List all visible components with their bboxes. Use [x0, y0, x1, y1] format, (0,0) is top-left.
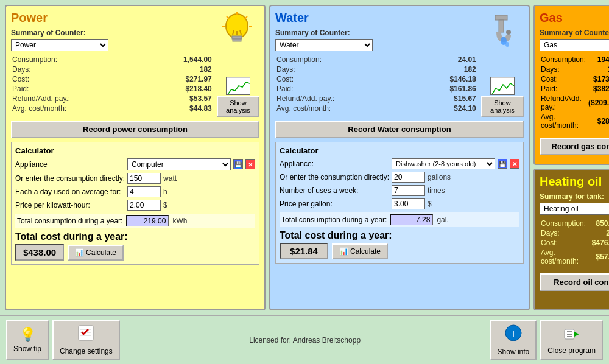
stat-value: $382.95	[587, 84, 609, 94]
water-total-label: Total consumption during a year:	[281, 215, 387, 224]
water-stats-table: Consumption:24.01 Days:182 Cost:$146.18 …	[275, 55, 477, 113]
svg-point-16	[505, 42, 509, 47]
svg-rect-2	[233, 39, 241, 41]
main-container: Power Summary of Counter: Power Consumpt…	[0, 0, 609, 364]
stat-value: $161.86	[412, 84, 477, 94]
power-delete-icon[interactable]: ✕	[245, 159, 255, 169]
svg-line-9	[245, 16, 247, 19]
stat-label: Cost:	[275, 74, 412, 84]
power-calculator: Calculator Appliance Computer 💾 ✕ Or ent…	[11, 142, 259, 265]
change-settings-btn[interactable]: Change settings	[52, 320, 120, 360]
stat-value: $476.28	[591, 238, 609, 248]
table-row: Paid:$382.95	[540, 84, 609, 94]
stat-value: $271.97	[145, 74, 213, 84]
gas-panel: Gas Summary of Counter: Gas Consumption:…	[533, 5, 609, 165]
table-row: Consumption:850.50	[540, 219, 609, 228]
water-counter-select[interactable]: Water	[275, 39, 373, 51]
power-calculate-label: Calculate	[86, 248, 116, 257]
stat-value: 182	[412, 65, 477, 74]
water-total-cost-title: Total cost during a year:	[280, 230, 519, 241]
power-total-cost-value: $438.00	[15, 244, 64, 261]
power-appliance-select[interactable]: Computer	[127, 158, 231, 170]
stat-label: Avg. cost/month:	[540, 248, 591, 266]
power-day-input[interactable]	[127, 186, 161, 197]
power-direct-unit: watt	[163, 174, 177, 183]
stat-label: Paid:	[275, 84, 412, 94]
show-tip-btn[interactable]: 💡 Show tip	[6, 320, 49, 360]
close-program-label: Close program	[547, 346, 596, 355]
power-calculate-btn[interactable]: 📊 Calculate	[68, 245, 124, 261]
water-appliance-select[interactable]: Dishwasher (2-8 years old)	[392, 158, 495, 169]
heating-dropdown-row: Heating oil	[540, 203, 609, 215]
power-price-row: Price per kilowatt-hour: $	[15, 200, 255, 211]
heating-tank-select[interactable]: Heating oil	[540, 203, 609, 215]
gas-record-btn[interactable]: Record gas consumption	[540, 138, 609, 155]
power-direct-label: Or enter the consumption directly:	[15, 174, 125, 183]
power-mini-chart	[227, 77, 250, 95]
faucet-icon	[477, 9, 523, 52]
table-row: Paid:$161.86	[275, 84, 477, 94]
water-direct-input[interactable]	[392, 172, 425, 183]
water-analysis-col: Show analysis	[481, 77, 524, 117]
show-tip-label: Show tip	[13, 345, 41, 353]
stat-label: Consumption:	[540, 219, 591, 228]
table-row: Refund/Add. pay.:$53.57	[11, 94, 213, 103]
show-info-btn[interactable]: i Show info	[490, 320, 537, 360]
tip-bulb-icon: 💡	[19, 327, 36, 343]
power-total-cost-title: Total cost during a year:	[15, 231, 255, 242]
power-analysis-col: Show analysis	[217, 77, 259, 117]
power-price-unit: $	[163, 201, 167, 209]
stat-label: Days:	[540, 65, 587, 74]
power-total-cost-row: $438.00 📊 Calculate	[15, 244, 255, 261]
calc-icon2: 📊	[339, 247, 348, 256]
gas-stats-area: Consumption:194.20 Days:182 Cost:$173.44…	[540, 55, 609, 134]
power-total-unit: kWh	[172, 217, 187, 225]
svg-marker-40	[574, 332, 579, 337]
close-program-btn[interactable]: Close program	[540, 320, 603, 360]
water-uses-row: Number of uses a week: times	[280, 185, 519, 196]
power-calc-title: Calculator	[15, 146, 255, 155]
stat-value: $57.38	[591, 248, 609, 266]
power-icon-area	[216, 9, 258, 54]
table-row: Cost:$146.18	[275, 74, 477, 84]
water-delete-icon[interactable]: ✕	[510, 159, 519, 169]
table-row: Consumption:1,544.00	[11, 55, 213, 65]
water-price-row: Price per gallon: $	[280, 198, 519, 209]
water-record-btn[interactable]: Record Water consumption	[275, 121, 524, 138]
water-calculate-btn[interactable]: 📊 Calculate	[332, 243, 388, 259]
water-calculator: Calculator Appliance: Dishwasher (2-8 ye…	[275, 142, 524, 264]
power-total-label: Total consumption during a year:	[17, 217, 122, 225]
gas-counter-select[interactable]: Gas	[540, 39, 609, 51]
table-row: Cost:$271.97	[11, 74, 213, 84]
power-counter-select[interactable]: Power	[11, 39, 108, 51]
stat-value: $53.57	[145, 94, 213, 103]
water-total-cost-value: $21.84	[280, 243, 328, 259]
stat-value: $15.67	[412, 94, 477, 103]
stat-value: $218.40	[145, 84, 213, 94]
water-save-icon[interactable]: 💾	[498, 159, 507, 169]
bulb-icon	[216, 9, 258, 52]
water-uses-label: Number of uses a week:	[280, 186, 389, 195]
heating-record-btn[interactable]: Record oil consumption	[540, 273, 609, 291]
svg-rect-13	[499, 20, 504, 32]
power-appliance-label: Appliance	[15, 160, 125, 169]
right-panels: Gas Summary of Counter: Gas Consumption:…	[533, 5, 609, 310]
power-price-input[interactable]	[127, 200, 161, 211]
license-text: Licensed for: Andreas Breitschopp	[124, 336, 487, 345]
power-direct-input[interactable]	[127, 173, 161, 184]
power-chart-icon	[226, 77, 250, 95]
water-show-analysis-btn[interactable]: Show analysis	[481, 96, 524, 117]
heating-stats-table: Consumption:850.50 Days:249 Cost:$476.28…	[540, 219, 609, 266]
water-calculate-label: Calculate	[350, 247, 381, 256]
power-save-icon[interactable]: 💾	[233, 159, 243, 169]
stat-value: 182	[587, 65, 609, 74]
power-record-btn[interactable]: Record power consumption	[11, 121, 259, 138]
water-uses-input[interactable]	[392, 185, 425, 196]
water-direct-label: Or enter the consumption directly:	[280, 173, 389, 181]
stat-label: Refund/Add. pay.:	[275, 94, 412, 103]
table-row: Consumption:24.01	[275, 55, 477, 65]
heating-title: Heating oil	[540, 175, 609, 189]
water-price-input[interactable]	[392, 198, 425, 209]
power-show-analysis-btn[interactable]: Show analysis	[217, 96, 259, 117]
stat-value: $146.18	[412, 74, 477, 84]
